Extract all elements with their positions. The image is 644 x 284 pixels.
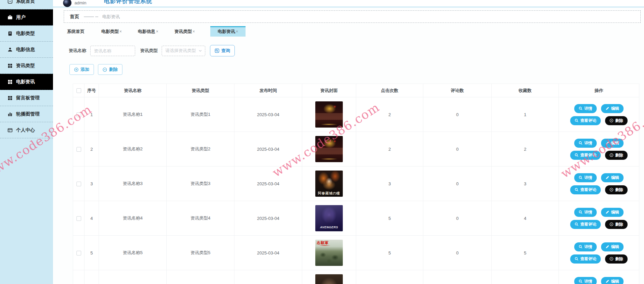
home-icon xyxy=(7,0,13,4)
edit-button[interactable]: 编辑 xyxy=(601,208,624,217)
delete-row-button[interactable]: 删除 xyxy=(605,220,628,229)
search-icon xyxy=(579,106,583,110)
sidebar-item-movie-types[interactable]: 电影类型 xyxy=(0,26,53,42)
search-form: 资讯名称 资讯类型 请选择资讯类型 查询 xyxy=(69,45,644,56)
query-button[interactable]: 查询 xyxy=(210,45,235,56)
sidebar-item-system-home[interactable]: 系统首页 xyxy=(0,0,53,9)
edit-button[interactable]: 编辑 xyxy=(601,104,624,113)
view-comments-button[interactable]: 查看评论 xyxy=(570,254,601,264)
sidebar-item-movie-news[interactable]: 电影资讯 xyxy=(0,74,53,90)
sidebar-item-label: 个人中心 xyxy=(16,127,35,133)
news-type-select[interactable]: 请选择资讯类型 xyxy=(162,46,205,56)
view-comments-button[interactable]: 查看评论 xyxy=(570,185,601,194)
search-icon xyxy=(579,210,583,214)
delete-row-button[interactable]: 删除 xyxy=(605,185,628,194)
sidebar-item-label: 电影信息 xyxy=(16,47,35,53)
add-button[interactable]: 添加 xyxy=(69,64,94,75)
tab-close-icon[interactable]: × xyxy=(156,29,158,34)
news-table: 序号 资讯名称 资讯类型 发布时间 资讯封面 点击次数 评论数 收藏数 操作 1… xyxy=(73,84,639,284)
plus-circle-icon xyxy=(74,67,78,72)
col-header-actions: 操作 xyxy=(559,84,639,97)
delete-row-button[interactable]: 删除 xyxy=(605,116,628,125)
detail-button[interactable]: 详情 xyxy=(574,104,597,113)
table-row: 1 资讯名称1 资讯类型1 2025-03-04 2 0 1 详情 编辑 xyxy=(73,97,639,132)
tab-system-home[interactable]: 系统首页 xyxy=(66,27,86,37)
delete-button[interactable]: 删除 xyxy=(98,64,122,75)
news-cover-image[interactable] xyxy=(315,101,343,128)
delete-row-button[interactable]: 删除 xyxy=(605,254,628,264)
app-title: 电影评价管理系统 xyxy=(104,0,152,5)
sidebar-item-message-board[interactable]: 留言板管理 xyxy=(0,90,53,106)
col-header-clicks: 点击次数 xyxy=(356,84,423,97)
pencil-icon xyxy=(605,176,609,180)
edit-button[interactable]: 编辑 xyxy=(601,173,624,182)
search-icon xyxy=(579,141,583,145)
breadcrumb: 首页 电影资讯 xyxy=(64,10,641,23)
search-icon xyxy=(579,279,583,283)
detail-button[interactable]: 详情 xyxy=(574,242,597,251)
sidebar-item-news-types[interactable]: 资讯类型 xyxy=(0,58,53,74)
news-cover-image[interactable]: 志願軍 xyxy=(315,240,343,266)
avatar[interactable] xyxy=(63,0,71,7)
detail-button[interactable]: 详情 xyxy=(574,277,597,284)
tab-movie-info[interactable]: 电影信息× xyxy=(137,27,159,37)
sidebar-item-label: 电影类型 xyxy=(16,31,35,37)
sidebar-item-carousel[interactable]: 轮播图管理 xyxy=(0,106,53,122)
view-comments-button[interactable]: 查看评论 xyxy=(570,116,601,125)
tab-movie-news[interactable]: 电影资讯× xyxy=(210,26,246,37)
row-checkbox[interactable] xyxy=(76,251,81,255)
table-row: 5 资讯名称5 资讯类型5 2025-03-04 志願軍 5 0 5 详情 编辑 xyxy=(73,236,639,270)
circle-dot-icon xyxy=(609,119,613,123)
breadcrumb-current: 电影资讯 xyxy=(102,14,120,20)
tab-movie-types[interactable]: 电影类型× xyxy=(101,27,122,37)
news-cover-image[interactable]: AVENGERS xyxy=(315,205,343,231)
briefcase-icon xyxy=(7,15,13,20)
search-icon xyxy=(575,153,579,157)
table-row: 4 资讯名称4 资讯类型4 2025-03-04 AVENGERS 5 0 4 … xyxy=(73,201,639,236)
circle-dot-icon xyxy=(609,188,613,192)
search-icon xyxy=(215,48,219,53)
sidebar-item-movie-info[interactable]: 电影信息 xyxy=(0,42,53,58)
col-header-comments: 评论数 xyxy=(423,84,492,97)
col-header-type: 资讯类型 xyxy=(167,84,234,97)
tab-close-icon[interactable]: × xyxy=(236,29,238,34)
news-cover-image[interactable] xyxy=(315,274,343,284)
delete-row-button[interactable]: 删除 xyxy=(605,151,628,160)
detail-button[interactable]: 详情 xyxy=(574,173,597,182)
select-all-checkbox[interactable] xyxy=(76,88,81,93)
detail-button[interactable]: 详情 xyxy=(574,139,597,148)
row-checkbox[interactable] xyxy=(76,216,81,221)
view-comments-button[interactable]: 查看评论 xyxy=(570,220,601,229)
row-checkbox[interactable] xyxy=(76,147,81,152)
sidebar-item-label: 用户 xyxy=(16,14,25,20)
sidebar-item-users[interactable]: 用户 xyxy=(0,9,53,26)
tab-bar: 系统首页 电影类型× 电影信息× 资讯类型× 电影资讯× xyxy=(66,26,644,37)
tab-news-types[interactable]: 资讯类型× xyxy=(174,27,196,37)
search-icon xyxy=(579,176,583,180)
edit-button[interactable]: 编辑 xyxy=(601,242,624,251)
tab-close-icon[interactable]: × xyxy=(119,29,122,34)
search-icon xyxy=(575,257,579,261)
news-name-input[interactable] xyxy=(90,46,135,56)
news-cover-image[interactable]: 阿修羅城の瞳 xyxy=(315,171,343,197)
row-checkbox[interactable] xyxy=(76,112,81,117)
news-cover-image[interactable] xyxy=(315,136,343,162)
sidebar-item-label: 系统首页 xyxy=(16,0,35,4)
view-comments-button[interactable]: 查看评论 xyxy=(570,151,601,160)
edit-button[interactable]: 编辑 xyxy=(601,277,624,284)
pencil-icon xyxy=(605,279,609,283)
search-icon xyxy=(575,222,579,226)
edit-button[interactable]: 编辑 xyxy=(601,139,624,148)
breadcrumb-home[interactable]: 首页 xyxy=(70,14,79,20)
tab-close-icon[interactable]: × xyxy=(193,29,195,34)
detail-button[interactable]: 详情 xyxy=(574,208,597,217)
main-content: admin 电影评价管理系统 首页 电影资讯 系统首页 电影类型× 电影信息× … xyxy=(53,0,644,284)
table-row: 2 资讯名称2 资讯类型2 2025-03-04 2 0 2 详情 编辑 xyxy=(73,132,639,167)
sidebar-item-profile[interactable]: 个人中心 xyxy=(0,122,53,138)
search-icon xyxy=(575,188,579,192)
minus-circle-icon xyxy=(103,67,107,72)
search-icon xyxy=(575,119,579,123)
clipboard-icon xyxy=(7,31,13,36)
card-icon xyxy=(7,128,13,133)
row-checkbox[interactable] xyxy=(76,182,81,186)
